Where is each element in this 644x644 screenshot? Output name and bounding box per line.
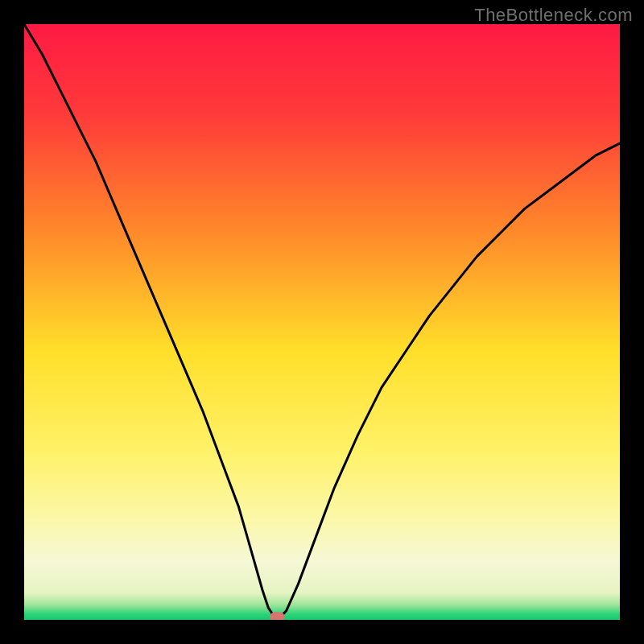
chart-svg [24, 24, 620, 620]
chart-background [24, 24, 620, 620]
watermark-text: TheBottleneck.com [474, 5, 633, 26]
chart-frame: TheBottleneck.com [0, 0, 644, 644]
min-marker [270, 612, 285, 620]
plot-area [24, 24, 620, 620]
